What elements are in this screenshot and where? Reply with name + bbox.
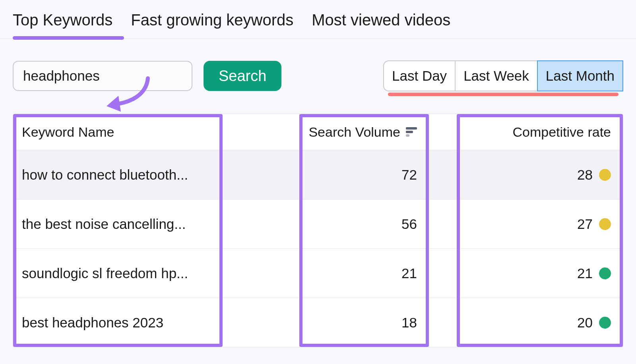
rate-dot-icon bbox=[599, 317, 611, 329]
rate-dot-icon bbox=[599, 169, 611, 181]
rate-dot-icon bbox=[599, 267, 611, 279]
search-button[interactable]: Search bbox=[204, 61, 281, 91]
cell-competitive-rate: 21 bbox=[429, 265, 623, 281]
rate-value: 27 bbox=[577, 216, 593, 232]
range-annotation-underline bbox=[388, 93, 619, 96]
rate-value: 20 bbox=[577, 315, 593, 331]
cell-keyword-name: the best noise cancelling... bbox=[13, 216, 299, 232]
table-row[interactable]: soundlogic sl freedom hp... 21 21 bbox=[13, 248, 623, 298]
table-row[interactable]: the best noise cancelling... 56 27 bbox=[13, 199, 623, 248]
tabs: Top Keywords Fast growing keywords Most … bbox=[0, 0, 636, 39]
rate-value: 28 bbox=[577, 167, 593, 183]
rate-value: 21 bbox=[577, 265, 593, 281]
cell-keyword-name: soundlogic sl freedom hp... bbox=[13, 265, 299, 281]
cell-competitive-rate: 27 bbox=[429, 216, 623, 232]
col-header-name[interactable]: Keyword Name bbox=[13, 124, 299, 140]
cell-keyword-name: how to connect bluetooth... bbox=[13, 167, 299, 183]
col-header-rate[interactable]: Competitive rate bbox=[429, 124, 623, 140]
cell-keyword-name: best headphones 2023 bbox=[13, 315, 299, 331]
sort-desc-icon bbox=[406, 127, 417, 137]
svg-rect-2 bbox=[406, 134, 409, 137]
tab-active-underline bbox=[13, 36, 124, 40]
col-header-volume[interactable]: Search Volume bbox=[299, 124, 429, 140]
tab-most-viewed[interactable]: Most viewed videos bbox=[312, 11, 450, 39]
range-last-week[interactable]: Last Week bbox=[455, 60, 537, 91]
table-row[interactable]: best headphones 2023 18 20 bbox=[13, 298, 623, 347]
cell-search-volume: 72 bbox=[299, 167, 429, 183]
table-row[interactable]: how to connect bluetooth... 72 28 bbox=[13, 150, 623, 199]
keywords-table: Keyword Name Search Volume Competitive r… bbox=[13, 114, 623, 347]
table-header-row: Keyword Name Search Volume Competitive r… bbox=[13, 114, 623, 150]
tab-top-keywords[interactable]: Top Keywords bbox=[13, 11, 112, 39]
range-last-month[interactable]: Last Month bbox=[537, 60, 623, 91]
range-last-day[interactable]: Last Day bbox=[383, 60, 455, 91]
tab-fast-growing[interactable]: Fast growing keywords bbox=[131, 11, 293, 39]
svg-rect-1 bbox=[406, 131, 413, 133]
cell-search-volume: 56 bbox=[299, 216, 429, 232]
svg-rect-0 bbox=[406, 127, 417, 130]
search-input[interactable] bbox=[13, 61, 192, 91]
cell-search-volume: 18 bbox=[299, 315, 429, 331]
time-range-segmented: Last Day Last Week Last Month bbox=[383, 60, 623, 91]
rate-dot-icon bbox=[599, 218, 611, 230]
cell-competitive-rate: 20 bbox=[429, 315, 623, 331]
controls-row: Search Last Day Last Week Last Month bbox=[0, 39, 636, 114]
search-wrap bbox=[13, 61, 192, 91]
cell-competitive-rate: 28 bbox=[429, 167, 623, 183]
cell-search-volume: 21 bbox=[299, 265, 429, 281]
col-header-volume-label: Search Volume bbox=[308, 124, 400, 140]
